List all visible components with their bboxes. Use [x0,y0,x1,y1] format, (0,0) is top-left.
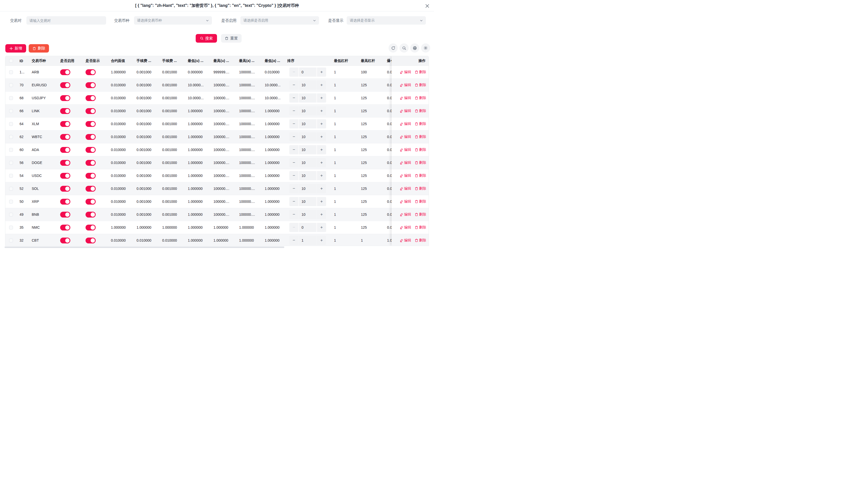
sort-value[interactable]: 10 [299,197,316,206]
sort-increase-button[interactable]: + [317,210,326,219]
edit-row-button[interactable]: 编辑 [400,186,411,191]
row-checkbox[interactable] [9,83,13,87]
sort-increase-button[interactable]: + [317,80,326,90]
sort-value[interactable]: 10 [299,171,316,180]
delete-row-button[interactable]: 删除 [415,109,426,113]
coin-filter-select[interactable]: 请选择交易币种 [134,16,212,25]
visible-toggle[interactable] [86,147,96,153]
visible-toggle[interactable] [86,69,96,75]
sort-increase-button[interactable]: + [317,236,326,245]
select-all-checkbox[interactable] [9,59,13,63]
edit-row-button[interactable]: 编辑 [400,96,411,100]
visible-toggle[interactable] [86,173,96,179]
delete-row-button[interactable]: 删除 [415,238,426,243]
edit-row-button[interactable]: 编辑 [400,160,411,165]
sort-increase-button[interactable]: + [317,93,326,103]
pair-search-input[interactable] [29,18,103,23]
visible-toggle[interactable] [86,212,96,218]
edit-row-button[interactable]: 编辑 [400,238,411,243]
sort-value[interactable]: 10 [299,119,316,129]
settings-button[interactable] [421,43,430,53]
delete-row-button[interactable]: 删除 [415,173,426,178]
edit-row-button[interactable]: 编辑 [400,199,411,204]
delete-button[interactable]: 删除 [29,44,49,53]
sort-value[interactable]: 10 [299,145,316,154]
visible-toggle[interactable] [86,121,96,127]
row-checkbox[interactable] [9,200,13,204]
sort-decrease-button[interactable]: − [289,171,299,180]
sort-increase-button[interactable]: + [317,197,326,206]
sort-decrease-button[interactable]: − [289,184,299,193]
enabled-toggle[interactable] [60,225,70,231]
visible-toggle[interactable] [86,186,96,192]
enabled-filter-select[interactable]: 请选择是否启用 [240,16,319,25]
sort-value[interactable]: 10 [299,158,316,167]
row-checkbox[interactable] [9,213,13,217]
row-checkbox[interactable] [9,174,13,178]
edit-row-button[interactable]: 编辑 [400,109,411,113]
delete-row-button[interactable]: 删除 [415,160,426,165]
edit-row-button[interactable]: 编辑 [400,173,411,178]
enabled-toggle[interactable] [60,173,70,179]
sort-decrease-button[interactable]: − [289,145,299,154]
delete-row-button[interactable]: 删除 [415,96,426,100]
sort-increase-button[interactable]: + [317,184,326,193]
visible-toggle[interactable] [86,134,96,140]
sort-value[interactable]: 10 [299,210,316,219]
row-checkbox[interactable] [9,226,13,230]
edit-row-button[interactable]: 编辑 [400,212,411,217]
sort-decrease-button[interactable]: − [289,197,299,206]
row-checkbox[interactable] [9,70,13,74]
sort-increase-button[interactable]: + [317,67,326,77]
edit-row-button[interactable]: 编辑 [400,70,411,74]
zoom-search-button[interactable] [399,43,409,53]
sort-value[interactable]: 10 [299,93,316,103]
edit-row-button[interactable]: 编辑 [400,83,411,87]
sort-value[interactable]: 10 [299,132,316,141]
enabled-toggle[interactable] [60,82,70,88]
sort-decrease-button[interactable]: − [289,210,299,219]
row-checkbox[interactable] [9,148,13,152]
sort-increase-button[interactable]: + [317,119,326,129]
edit-row-button[interactable]: 编辑 [400,225,411,230]
visible-toggle[interactable] [86,238,96,244]
visible-toggle[interactable] [86,108,96,114]
pair-filter-input[interactable] [26,16,106,25]
row-checkbox[interactable] [9,161,13,165]
row-checkbox[interactable] [9,239,13,243]
sort-decrease-button[interactable]: − [289,223,299,232]
visible-toggle[interactable] [86,199,96,205]
row-checkbox[interactable] [9,135,13,139]
sort-decrease-button[interactable]: − [289,132,299,141]
delete-row-button[interactable]: 删除 [415,225,426,230]
row-checkbox[interactable] [9,122,13,126]
enabled-toggle[interactable] [60,186,70,192]
sort-decrease-button[interactable]: − [289,119,299,129]
enabled-toggle[interactable] [60,147,70,153]
sort-increase-button[interactable]: + [317,223,326,232]
horizontal-scrollbar[interactable] [4,247,284,248]
enabled-toggle[interactable] [60,95,70,101]
row-checkbox[interactable] [9,187,13,191]
delete-row-button[interactable]: 删除 [415,70,426,74]
sort-value[interactable]: 10 [299,106,316,116]
sort-increase-button[interactable]: + [317,106,326,116]
delete-row-button[interactable]: 删除 [415,199,426,204]
sort-value[interactable]: 0 [299,67,316,77]
enabled-toggle[interactable] [60,238,70,244]
sort-decrease-button[interactable]: − [289,236,299,245]
enabled-toggle[interactable] [60,69,70,75]
visible-toggle[interactable] [86,82,96,88]
delete-row-button[interactable]: 删除 [415,83,426,87]
visible-toggle[interactable] [86,160,96,166]
enabled-toggle[interactable] [60,212,70,218]
visible-toggle[interactable] [86,95,96,101]
enabled-toggle[interactable] [60,199,70,205]
enabled-toggle[interactable] [60,121,70,127]
add-button[interactable]: 新增 [5,44,26,53]
refresh-button[interactable] [389,43,398,53]
reset-button[interactable]: 重置 [221,34,241,43]
enabled-toggle[interactable] [60,160,70,166]
enabled-toggle[interactable] [60,108,70,114]
sort-value[interactable]: 0 [299,223,316,232]
